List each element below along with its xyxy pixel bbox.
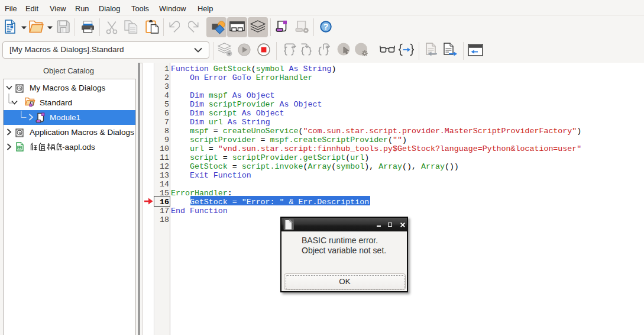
svg-text:?: ? xyxy=(323,22,329,31)
